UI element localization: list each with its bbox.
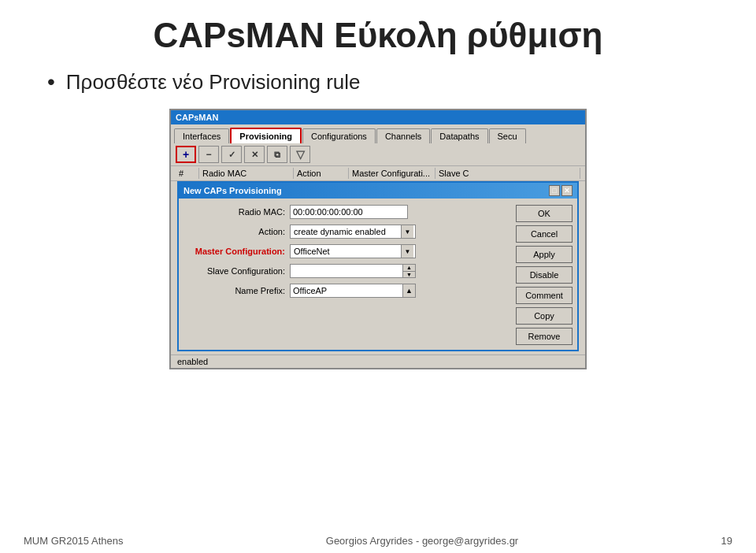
footer-left: MUM GR2015 Athens [24,535,123,547]
dropdown-master-config-value: OfficeNet [292,247,401,256]
apply-button[interactable]: Apply [516,246,573,263]
disable-button[interactable]: Disable [516,266,573,284]
input-name-prefix[interactable] [290,284,403,298]
table-header: # Radio MAC Action Master Configurati...… [171,166,585,181]
screenshot-container: CAPsMAN Interfaces Provisioning Configur… [47,109,709,369]
dropdown-action-arrow[interactable]: ▼ [401,225,413,238]
dialog-form: Radio MAC: Action: create dynamic enable… [183,205,511,345]
dialog-minimize-button[interactable]: □ [549,185,560,196]
col-action: Action [294,168,349,179]
x-button[interactable]: ✕ [244,146,265,163]
page-title: CAPsMAN Εύκολη ρύθμιση [47,16,709,55]
dropdown-master-config[interactable]: OfficeNet ▼ [290,244,416,258]
add-button[interactable]: + [176,146,196,163]
form-row-radio-mac: Radio MAC: [183,205,511,219]
slave-config-spin-down[interactable]: ▼ [403,272,415,278]
input-radio-mac[interactable] [290,205,408,219]
label-name-prefix: Name Prefix: [183,286,290,295]
label-slave-config: Slave Configuration: [183,266,290,276]
tab-datapaths[interactable]: Datapaths [431,128,487,143]
statusbar-text: enabled [177,357,208,366]
copy-button[interactable]: Copy [516,307,573,325]
label-action: Action: [183,227,290,236]
name-prefix-spin-up[interactable]: ▲ [403,284,416,298]
col-radio-mac: Radio MAC [199,168,294,179]
tab-secu[interactable]: Secu [489,128,526,143]
bullet-point: • Προσθέστε νέο Provisioning rule [47,69,709,95]
statusbar: enabled [171,354,585,368]
slave-config-spin-up[interactable]: ▲ [403,265,415,272]
slide-content: CAPsMAN Εύκολη ρύθμιση • Προσθέστε νέο P… [0,0,756,369]
copy-tb-button[interactable]: ⧉ [267,146,287,163]
footer: MUM GR2015 Athens Georgios Argyrides - g… [0,535,756,547]
filter-button[interactable]: ▽ [290,146,310,163]
input-slave-config[interactable] [290,264,403,278]
col-hash: # [176,168,199,179]
bullet-text: Προσθέστε νέο Provisioning rule [66,70,361,95]
tab-interfaces[interactable]: Interfaces [174,128,229,143]
cancel-button[interactable]: Cancel [516,225,573,243]
dropdown-master-config-arrow[interactable]: ▼ [401,245,413,258]
check-button[interactable]: ✓ [221,146,242,163]
ok-button[interactable]: OK [516,205,573,222]
winbox-title: CAPsMAN [176,113,218,122]
tabbar: Interfaces Provisioning Configurations C… [171,124,585,143]
dialog-body: Radio MAC: Action: create dynamic enable… [179,199,577,350]
form-row-name-prefix: Name Prefix: ▲ [183,284,511,298]
toolbar: + − ✓ ✕ ⧉ ▽ [171,143,585,166]
bullet-dot: • [47,69,55,95]
dialog-titlebar: New CAPs Provisioning □ ✕ [179,183,577,199]
winbox-titlebar: CAPsMAN [171,110,585,124]
col-slave-config: Slave C [435,168,580,179]
tab-provisioning[interactable]: Provisioning [230,128,302,143]
dialog-title-buttons: □ ✕ [549,185,573,196]
comment-button[interactable]: Comment [516,287,573,304]
dialog: New CAPs Provisioning □ ✕ Radio MAC: [177,181,579,351]
footer-right: 19 [721,535,732,547]
col-master-config: Master Configurati... [349,168,435,179]
dialog-close-button[interactable]: ✕ [561,185,573,196]
tab-channels[interactable]: Channels [376,128,430,143]
footer-center: Georgios Argyrides - george@argyrides.gr [326,535,518,547]
dialog-buttons: OK Cancel Apply Disable Comment Copy Rem… [516,205,573,345]
tab-configurations[interactable]: Configurations [302,128,376,143]
form-row-slave-config: Slave Configuration: ▲ ▼ [183,264,511,278]
remove-button[interactable]: − [198,146,219,163]
dialog-title: New CAPs Provisioning [183,186,282,195]
dropdown-action-value: create dynamic enabled [292,227,401,236]
winbox: CAPsMAN Interfaces Provisioning Configur… [169,109,587,369]
remove-button-dlg[interactable]: Remove [516,328,573,345]
label-radio-mac: Radio MAC: [183,207,290,217]
label-master-config: Master Configuration: [183,247,290,256]
form-row-action: Action: create dynamic enabled ▼ [183,225,511,239]
dropdown-action[interactable]: create dynamic enabled ▼ [290,225,416,239]
form-row-master-config: Master Configuration: OfficeNet ▼ [183,244,511,258]
